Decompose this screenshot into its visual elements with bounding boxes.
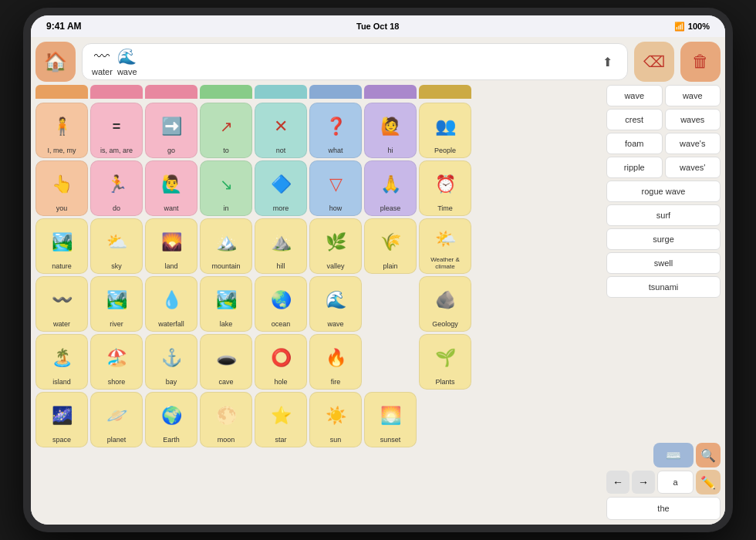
cell-moon[interactable]: 🌕 moon	[200, 392, 252, 447]
cell-weather[interactable]: 🌤️ Weather &climate	[419, 218, 471, 274]
word-chip-wave-s[interactable]: wave's	[665, 133, 721, 154]
cell-sunset[interactable]: 🌅 sunset	[364, 392, 417, 447]
sentence-bar[interactable]: 〰 water 🌊 wave ⬆	[82, 43, 628, 80]
cell-island[interactable]: 🏝️ island	[35, 334, 88, 390]
cell-to[interactable]: ↗ to	[200, 103, 252, 158]
label-valley: valley	[312, 263, 359, 271]
cat-tab-blue[interactable]	[309, 85, 362, 99]
label-ocean: ocean	[257, 321, 305, 329]
cat-tab-pink2[interactable]	[145, 85, 197, 99]
delete-char-button[interactable]: ⌫	[634, 42, 674, 82]
icon-please: 🙏	[366, 164, 414, 205]
home-button[interactable]: 🏠	[35, 42, 76, 82]
word-chip-foam[interactable]: foam	[606, 133, 663, 154]
cell-please[interactable]: 🙏 please	[364, 160, 417, 216]
cell-how[interactable]: ▽ how	[309, 160, 362, 216]
cell-hole[interactable]: ⭕ hole	[255, 334, 307, 390]
cell-shore[interactable]: 🏖️ shore	[90, 334, 143, 390]
bottom-controls: ⌨️ 🔍 ← →	[606, 443, 721, 520]
cat-tab-orange[interactable]	[35, 85, 88, 99]
cell-sun[interactable]: ☀️ sun	[309, 392, 362, 447]
word-chip-waves-apos[interactable]: waves'	[665, 157, 721, 178]
word-chip-wave-2[interactable]: wave	[665, 85, 721, 106]
word-row-6: surf	[606, 204, 721, 226]
label-not: not	[257, 147, 305, 155]
cell-in[interactable]: ↘ in	[200, 160, 252, 216]
keyboard-button[interactable]: ⌨️	[653, 443, 694, 467]
cell-fire[interactable]: 🔥 fire	[309, 334, 362, 390]
app-container: 🏠 〰 water 🌊 wave ⬆	[31, 37, 725, 525]
search-text-value: a	[673, 478, 677, 487]
cell-sky[interactable]: ⛅ sky	[90, 218, 143, 274]
share-button[interactable]: ⬆	[596, 51, 618, 73]
cell-planet[interactable]: 🪐 planet	[90, 392, 143, 447]
cell-valley[interactable]: 🌿 valley	[309, 218, 362, 274]
cat-tab-green[interactable]	[200, 85, 252, 99]
cell-want[interactable]: 🙋‍♂️ want	[145, 160, 197, 216]
word-chip-waves-1[interactable]: waves	[665, 109, 721, 130]
word-chip-surge[interactable]: surge	[606, 228, 721, 250]
cell-time[interactable]: ⏰ Time	[419, 160, 471, 216]
cat-tab-yellow[interactable]	[419, 85, 471, 99]
icon-i-me-my: 🧍	[38, 106, 86, 147]
cell-nature[interactable]: 🏞️ nature	[35, 218, 88, 274]
cell-do[interactable]: 🏃 do	[90, 160, 143, 216]
word-chip-rogue-wave[interactable]: rogue wave	[606, 181, 721, 202]
cell-is-am-are[interactable]: = is, am, are	[90, 103, 143, 158]
battery-indicator: 100%	[688, 22, 710, 31]
cat-tab-teal[interactable]	[255, 85, 307, 99]
symbol-row-4: 〰️ water 🏞️ river 💧 waterfall	[35, 276, 603, 332]
cell-star[interactable]: ⭐ star	[255, 392, 307, 447]
icon-weather: 🌤️	[421, 221, 469, 257]
cell-cave[interactable]: 🕳️ cave	[200, 334, 252, 390]
icon-people: 👥	[421, 106, 469, 147]
cell-waterfall[interactable]: 💧 waterfall	[145, 276, 197, 332]
cell-water[interactable]: 〰️ water	[35, 276, 88, 332]
label-in: in	[202, 205, 250, 213]
cell-what[interactable]: ❓ what	[309, 103, 362, 158]
the-chip[interactable]: the	[606, 497, 721, 520]
cell-plain[interactable]: 🌾 plain	[364, 218, 417, 274]
cell-river[interactable]: 🏞️ river	[90, 276, 143, 332]
cell-you[interactable]: 👆 you	[35, 160, 88, 216]
label-wave: wave	[312, 321, 359, 329]
word-chip-tsunami[interactable]: tsunami	[606, 276, 721, 298]
delete-all-button[interactable]: 🗑	[680, 42, 721, 82]
cell-land[interactable]: 🌄 land	[145, 218, 197, 274]
word-chip-swell[interactable]: swell	[606, 252, 721, 274]
pencil-icon: ✏️	[700, 475, 716, 490]
cell-not[interactable]: ✕ not	[255, 103, 307, 158]
cell-i-me-my[interactable]: 🧍 I, me, my	[35, 103, 88, 158]
word-chip-surf[interactable]: surf	[606, 204, 721, 226]
cat-tab-pink[interactable]	[90, 85, 143, 99]
word-chip-wave-1[interactable]: wave	[606, 85, 663, 106]
cat-tab-purple[interactable]	[364, 85, 417, 99]
cell-more[interactable]: 🔷 more	[255, 160, 307, 216]
cell-hi[interactable]: 🙋 hi	[364, 103, 417, 158]
cell-mountain[interactable]: 🏔️ mountain	[200, 218, 252, 274]
pencil-button[interactable]: ✏️	[696, 470, 721, 494]
cell-empty-3	[419, 392, 471, 447]
cell-people[interactable]: 👥 People	[419, 103, 471, 158]
cell-wave[interactable]: 🌊 wave	[309, 276, 362, 332]
icon-time: ⏰	[421, 164, 469, 205]
cell-geology[interactable]: 🪨 Geology	[419, 276, 471, 332]
back-button[interactable]: ←	[606, 471, 629, 494]
word-chip-crest[interactable]: crest	[606, 109, 663, 130]
cell-earth[interactable]: 🌍 Earth	[145, 392, 197, 447]
search-button[interactable]: 🔍	[696, 443, 721, 467]
icon-hole: ⭕	[257, 337, 305, 379]
search-text-chip[interactable]: a	[657, 471, 694, 494]
cell-hill[interactable]: ⛰️ hill	[255, 218, 307, 274]
cell-plants[interactable]: 🌱 Plants	[419, 334, 471, 390]
icon-go: ➡️	[147, 106, 195, 147]
cell-space[interactable]: 🌌 space	[35, 392, 88, 447]
cell-go[interactable]: ➡️ go	[145, 103, 197, 158]
word-chip-ripple[interactable]: ripple	[606, 157, 663, 178]
icon-in: ↘	[202, 164, 250, 205]
cell-ocean[interactable]: 🌏 ocean	[255, 276, 307, 332]
forward-button[interactable]: →	[632, 471, 655, 494]
cell-bay[interactable]: ⚓ bay	[145, 334, 197, 390]
icon-sun: ☀️	[312, 395, 359, 437]
cell-lake[interactable]: 🏞️ lake	[200, 276, 252, 332]
